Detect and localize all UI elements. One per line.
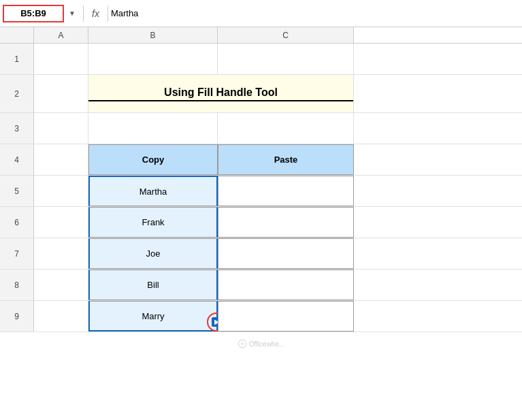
cell-b2[interactable]: Using Fill Handle Tool — [88, 75, 354, 112]
cell-b3[interactable] — [88, 113, 218, 144]
cell-b1[interactable] — [88, 44, 218, 74]
col-header-a[interactable]: A — [34, 27, 88, 43]
row-number: 4 — [0, 144, 34, 175]
cell-a1[interactable] — [34, 44, 88, 74]
table-row: 9 Marry ▶ — [0, 301, 522, 332]
copy-header: Copy — [142, 155, 165, 165]
cell-c3[interactable] — [218, 113, 354, 144]
cell-b8[interactable]: Bill — [88, 270, 218, 300]
row-number: 8 — [0, 270, 34, 300]
row-number: 1 — [0, 44, 34, 74]
table-row: 3 — [0, 113, 522, 144]
table-row: 1 — [0, 44, 522, 75]
formula-bar: B5:B9 ▼ fx Martha — [0, 0, 522, 27]
cell-c7[interactable] — [218, 238, 354, 269]
formula-bar-divider2 — [108, 5, 108, 22]
col-header-b[interactable]: B — [88, 27, 218, 43]
table-row: 6 Frank — [0, 207, 522, 238]
corner-cell — [0, 27, 34, 43]
cell-c4[interactable]: Paste — [218, 144, 354, 175]
formula-bar-divider — [83, 5, 84, 22]
cell-b7[interactable]: Joe — [88, 238, 218, 269]
row-number: 3 — [0, 113, 34, 144]
row-number: 7 — [0, 238, 34, 269]
cell-ref-dropdown-arrow[interactable]: ▼ — [65, 10, 79, 17]
cell-b9[interactable]: Marry ▶ — [88, 301, 218, 332]
spreadsheet: A B C 1 2 Using Fill Handle Tool 3 4 Cop… — [0, 27, 522, 332]
spreadsheet-title: Using Fill Handle Tool — [88, 86, 353, 101]
row-number: 9 — [0, 301, 34, 332]
row-number: 5 — [0, 176, 34, 206]
watermark: Officewhe... — [238, 339, 285, 349]
paste-header: Paste — [274, 155, 298, 165]
cell-a9[interactable] — [34, 301, 88, 332]
cell-b4[interactable]: Copy — [88, 144, 218, 175]
table-row: 7 Joe — [0, 238, 522, 270]
cell-b6[interactable]: Frank — [88, 207, 218, 238]
table-row: 2 Using Fill Handle Tool — [0, 75, 522, 113]
cell-value: Frank — [142, 217, 164, 227]
cell-value: Joe — [146, 248, 161, 259]
row-number: 2 — [0, 75, 34, 112]
formula-bar-value: Martha — [111, 8, 138, 18]
cell-c8[interactable] — [218, 270, 354, 300]
fx-icon: fx — [92, 8, 99, 19]
column-headers: A B C — [0, 27, 522, 44]
col-header-c[interactable]: C — [218, 27, 354, 43]
cell-a2[interactable] — [34, 75, 88, 112]
cell-c5[interactable] — [218, 176, 354, 206]
row-number: 6 — [0, 207, 34, 238]
cell-c1[interactable] — [218, 44, 354, 74]
cell-c6[interactable] — [218, 207, 354, 238]
cell-a5[interactable] — [34, 176, 88, 206]
cell-a8[interactable] — [34, 270, 88, 300]
table-row: 8 Bill — [0, 270, 522, 301]
cell-value: Marry — [142, 311, 164, 321]
cell-reference-box[interactable]: B5:B9 — [3, 5, 64, 22]
cell-value: Bill — [147, 280, 159, 290]
cell-a3[interactable] — [34, 113, 88, 144]
cell-a4[interactable] — [34, 144, 88, 175]
table-row: 5 Martha — [0, 176, 522, 207]
cell-ref-text: B5:B9 — [20, 8, 46, 18]
cell-a6[interactable] — [34, 207, 88, 238]
cell-c9[interactable] — [218, 301, 354, 332]
table-row: 4 Copy Paste — [0, 144, 522, 176]
cell-a7[interactable] — [34, 238, 88, 269]
cell-b5[interactable]: Martha — [88, 176, 218, 206]
cell-value: Martha — [140, 187, 167, 197]
